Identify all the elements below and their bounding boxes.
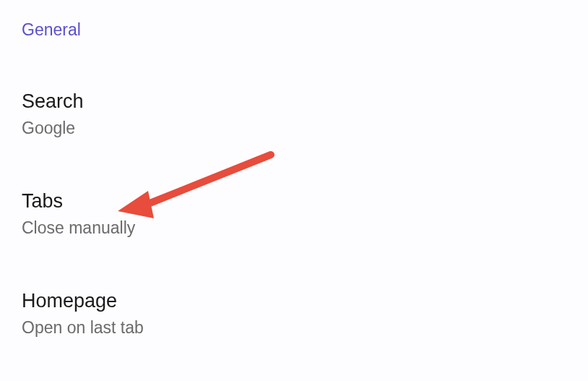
- setting-title-search: Search: [22, 90, 566, 113]
- setting-value-search: Google: [22, 119, 566, 138]
- section-header-general: General: [22, 20, 566, 40]
- setting-item-tabs[interactable]: Tabs Close manually: [22, 190, 566, 238]
- setting-item-search[interactable]: Search Google: [22, 90, 566, 138]
- setting-value-tabs: Close manually: [22, 218, 566, 238]
- setting-value-homepage: Open on last tab: [22, 318, 566, 338]
- setting-item-homepage[interactable]: Homepage Open on last tab: [22, 290, 566, 338]
- settings-container: General Search Google Tabs Close manuall…: [0, 0, 588, 381]
- setting-title-tabs: Tabs: [22, 190, 566, 213]
- setting-title-homepage: Homepage: [22, 290, 566, 312]
